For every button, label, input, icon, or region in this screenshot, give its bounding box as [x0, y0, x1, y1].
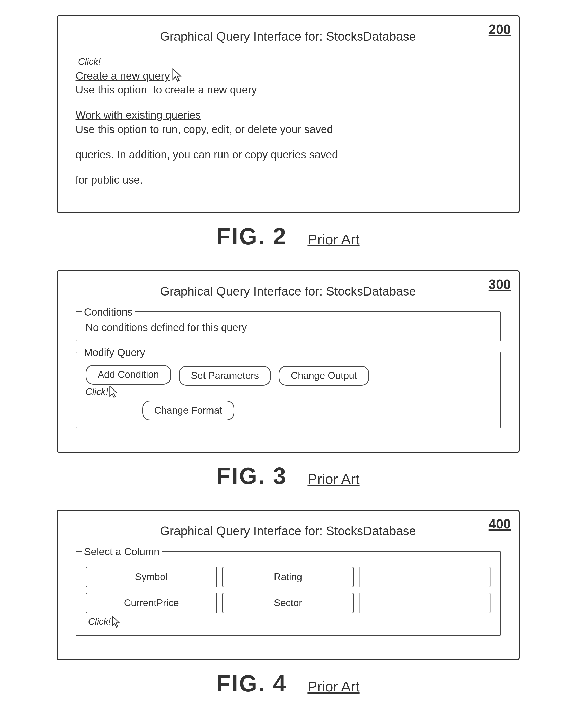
create-new-query-link[interactable]: Create a new query [76, 70, 170, 82]
column-buttons-area: SymbolRatingCurrentPriceSector Click! [86, 559, 491, 628]
fig3-caption-label: FIG. 3 [217, 463, 287, 489]
column-button-empty [359, 567, 490, 588]
fig3-click-label: Click! [86, 386, 108, 397]
column-button[interactable]: Sector [222, 593, 354, 614]
modify-query-group: Modify Query Add Condition Click! Set Pa… [76, 352, 500, 428]
fig3-caption: FIG. 3 Prior Art [217, 463, 359, 489]
svg-marker-1 [110, 386, 117, 398]
fig4-click-label: Click! [88, 616, 111, 627]
fig2-desc2-line3: for public use. [76, 174, 500, 186]
conditions-legend: Conditions [82, 306, 135, 318]
fig2-click-label: Click! [78, 56, 500, 67]
fig2-desc1: Use this option to create a new query [76, 84, 500, 96]
column-button[interactable]: Rating [222, 567, 354, 588]
fig4-caption-label: FIG. 4 [217, 670, 287, 697]
fig2-prior-art: Prior Art [308, 231, 359, 248]
create-query-block: Click! Create a new query Use this optio… [76, 56, 500, 96]
fig4-caption: FIG. 4 Prior Art [217, 670, 359, 697]
add-condition-with-click: Add Condition Click! [86, 365, 171, 398]
work-with-existing-link[interactable]: Work with existing queries [76, 109, 500, 121]
fig4-title: Graphical Query Interface for: StocksDat… [76, 524, 500, 538]
fig2-desc2-line1: Use this option to run, copy, edit, or d… [76, 123, 500, 136]
conditions-text: No conditions defined for this query [86, 319, 491, 333]
column-button[interactable]: Symbol [86, 567, 217, 588]
fig3-title: Graphical Query Interface for: StocksDat… [76, 284, 500, 298]
change-format-button[interactable]: Change Format [142, 401, 234, 421]
fig2-ref: 200 [489, 22, 511, 37]
set-parameters-button[interactable]: Set Parameters [179, 366, 271, 386]
column-grid: SymbolRatingCurrentPriceSector [86, 567, 491, 614]
fig2-panel: 200 Graphical Query Interface for: Stock… [57, 16, 520, 213]
svg-marker-2 [112, 616, 119, 627]
existing-queries-block: Work with existing queries Use this opti… [76, 109, 500, 186]
modify-legend: Modify Query [82, 347, 148, 358]
select-column-legend: Select a Column [82, 546, 162, 558]
svg-marker-0 [173, 69, 181, 81]
fig2-title: Graphical Query Interface for: StocksDat… [76, 29, 500, 44]
conditions-group: Conditions No conditions defined for thi… [76, 311, 500, 341]
select-column-group: Select a Column SymbolRatingCurrentPrice… [76, 551, 500, 636]
fig3-prior-art: Prior Art [308, 470, 359, 487]
fig2-caption-label: FIG. 2 [217, 223, 287, 250]
fig4-prior-art: Prior Art [308, 678, 359, 695]
fig4-ref: 400 [489, 516, 511, 532]
fig2-desc2-line2: queries. In addition, you can run or cop… [76, 149, 500, 161]
change-output-button[interactable]: Change Output [279, 366, 369, 386]
fig3-panel: 300 Graphical Query Interface for: Stock… [57, 270, 520, 453]
fig2-caption: FIG. 2 Prior Art [217, 223, 359, 250]
fig4-panel: 400 Graphical Query Interface for: Stock… [57, 510, 520, 660]
column-button-empty [359, 593, 490, 614]
fig3-cursor-icon [109, 386, 119, 398]
add-condition-button[interactable]: Add Condition [86, 365, 171, 385]
fig3-ref: 300 [489, 276, 511, 292]
fig4-cursor-icon [111, 616, 122, 628]
cursor-icon [172, 68, 183, 82]
column-button[interactable]: CurrentPrice [86, 593, 217, 614]
